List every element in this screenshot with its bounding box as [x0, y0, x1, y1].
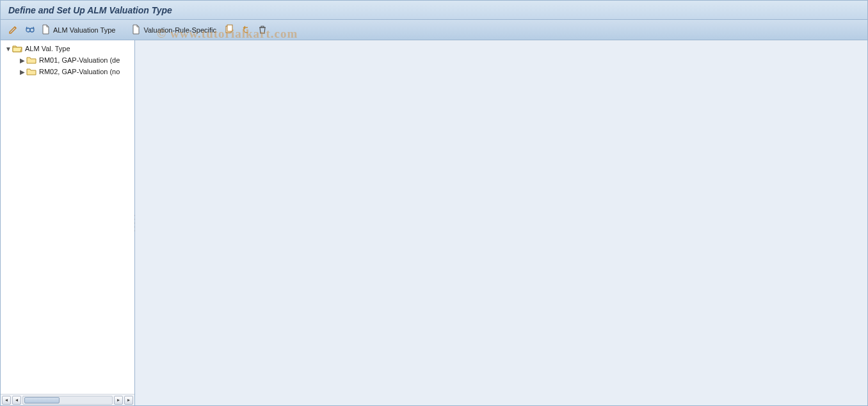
folder-icon [26, 56, 36, 65]
tree-child-label: RM01, GAP-Valuation (de [36, 56, 120, 64]
copy-button[interactable] [221, 23, 237, 37]
pencil-icon [8, 24, 19, 36]
content-pane [135, 40, 867, 405]
copy-icon [224, 24, 234, 36]
new-valuation-rule-specific-button[interactable]: Valuation-Rule-Specific [129, 23, 220, 37]
new-alm-valuation-type-button[interactable]: ALM Valuation Type [39, 23, 119, 37]
scroll-first-button[interactable]: ◂ [2, 396, 11, 405]
svg-rect-3 [227, 25, 232, 31]
undo-icon [241, 24, 251, 36]
delete-button[interactable] [255, 23, 270, 37]
scroll-thumb[interactable] [24, 397, 60, 403]
scroll-last-button[interactable]: ▸ [124, 396, 133, 405]
trash-icon [257, 24, 268, 36]
scroll-left-button[interactable]: ◂ [12, 396, 21, 405]
application-toolbar: ALM Valuation Type Valuation-Rule-Specif… [1, 20, 867, 40]
tree-pane: ▼ ALM Val. Type ▶ RM01, GAP-Valuation (d… [1, 40, 135, 405]
tree-child-item[interactable]: ▶ RM02, GAP-Valuation (no [1, 66, 134, 77]
tree-horizontal-scrollbar[interactable]: ◂ ◂ ▸ ▸ [1, 394, 134, 405]
scroll-right-button[interactable]: ▸ [114, 396, 123, 405]
tree-child-label: RM02, GAP-Valuation (no [36, 68, 120, 75]
undo-button[interactable] [238, 23, 253, 37]
page-title: Define and Set Up ALM Valuation Type [8, 5, 172, 15]
folder-icon [26, 67, 36, 76]
collapse-icon[interactable]: ▼ [4, 45, 12, 52]
scroll-track[interactable] [22, 396, 113, 405]
expand-icon[interactable]: ▶ [19, 68, 26, 75]
tree-child-item[interactable]: ▶ RM01, GAP-Valuation (de [1, 54, 134, 66]
new-alm-valuation-type-label: ALM Valuation Type [53, 26, 115, 34]
new-document-icon [40, 24, 51, 36]
main-area: ▼ ALM Val. Type ▶ RM01, GAP-Valuation (d… [1, 40, 867, 405]
svg-point-1 [30, 28, 34, 32]
new-valuation-rule-specific-label: Valuation-Rule-Specific [143, 26, 216, 34]
tree-root-label: ALM Val. Type [22, 45, 70, 52]
tree-root-item[interactable]: ▼ ALM Val. Type [1, 43, 134, 54]
tree-view[interactable]: ▼ ALM Val. Type ▶ RM01, GAP-Valuation (d… [1, 40, 134, 394]
glasses-icon [25, 24, 35, 36]
display-button[interactable] [22, 23, 38, 37]
title-bar: Define and Set Up ALM Valuation Type [1, 1, 867, 20]
expand-icon[interactable]: ▶ [19, 57, 26, 64]
open-folder-icon [12, 44, 22, 53]
new-document-icon [131, 24, 141, 36]
svg-point-0 [26, 28, 30, 32]
change-button[interactable] [6, 23, 21, 37]
